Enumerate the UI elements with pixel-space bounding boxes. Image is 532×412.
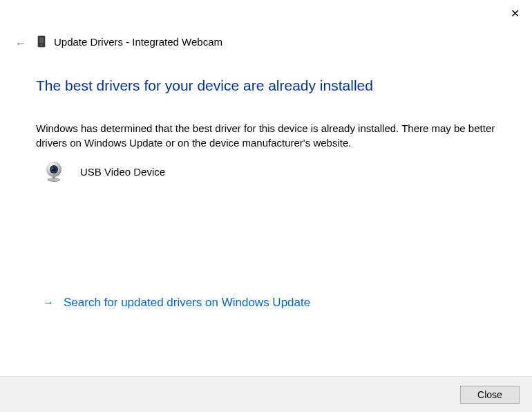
close-button[interactable]: Close xyxy=(460,386,520,404)
webcam-icon xyxy=(43,160,65,182)
close-icon[interactable]: ✕ xyxy=(511,8,520,19)
body-message: Windows has determined that the best dri… xyxy=(36,121,496,150)
device-icon xyxy=(36,33,47,50)
back-arrow-icon[interactable]: ← xyxy=(15,37,26,50)
dialog-title: Update Drivers - Integrated Webcam xyxy=(54,36,222,48)
svg-rect-1 xyxy=(39,37,44,43)
svg-point-2 xyxy=(41,44,42,46)
dialog-header: Update Drivers - Integrated Webcam xyxy=(36,33,222,50)
device-name-label: USB Video Device xyxy=(80,166,165,178)
windows-update-link-text: Search for updated drivers on Windows Up… xyxy=(64,296,310,310)
device-row: USB Video Device xyxy=(43,160,165,182)
page-heading: The best drivers for your device are alr… xyxy=(36,77,373,94)
windows-update-link[interactable]: → Search for updated drivers on Windows … xyxy=(43,296,310,310)
bottom-toolbar: Close xyxy=(0,376,532,412)
svg-point-9 xyxy=(53,168,54,169)
arrow-right-icon: → xyxy=(43,297,54,309)
